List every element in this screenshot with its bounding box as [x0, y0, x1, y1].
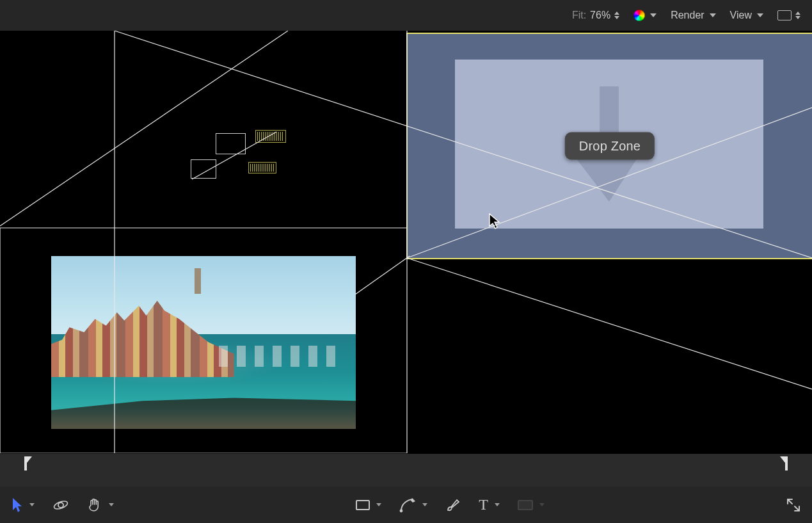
render-label: Render	[671, 10, 704, 21]
chevron-down-icon	[29, 503, 35, 506]
svg-point-11	[58, 503, 63, 508]
chevron-down-icon	[757, 13, 763, 17]
out-point-marker-icon[interactable]	[780, 456, 789, 471]
select-tool[interactable]	[12, 497, 35, 513]
svg-line-7	[407, 258, 812, 389]
aspect-ratio-control[interactable]	[777, 10, 800, 20]
svg-line-8	[0, 31, 288, 226]
chevron-down-icon	[109, 503, 114, 506]
chevron-down-icon	[376, 503, 381, 506]
orbit-icon	[52, 497, 69, 513]
render-dropdown[interactable]: Render	[671, 10, 715, 21]
text-tool[interactable]: T	[479, 496, 500, 513]
pen-tool[interactable]	[399, 497, 427, 513]
svg-line-9	[355, 256, 410, 294]
color-channel-dropdown[interactable]	[633, 10, 657, 21]
canvas-clip-outline[interactable]	[191, 159, 216, 179]
view-dropdown[interactable]: View	[730, 10, 763, 21]
viewer-canvas[interactable]: Drop Zone	[0, 31, 812, 453]
stepper-arrows-icon	[795, 12, 800, 19]
stepper-arrows-icon	[614, 12, 619, 19]
paint-tool[interactable]	[445, 497, 461, 513]
zoom-fit-control[interactable]: Fit: 76%	[572, 10, 619, 21]
chevron-down-icon	[495, 503, 500, 506]
pan-hand-icon	[87, 497, 102, 513]
chevron-down-icon	[422, 503, 427, 506]
text-tool-icon: T	[479, 496, 488, 513]
chevron-down-icon	[710, 13, 716, 17]
canvas-audio-clip[interactable]	[248, 162, 276, 173]
brush-tool-icon	[445, 497, 461, 513]
shape-tool[interactable]	[356, 500, 381, 510]
fit-value: 76%	[590, 10, 610, 21]
aspect-ratio-icon	[777, 10, 792, 20]
pointer-icon	[12, 497, 23, 513]
canvas-clip-outline[interactable]	[216, 133, 246, 154]
svg-point-12	[53, 499, 68, 510]
color-wheel-icon	[633, 10, 645, 21]
pan-tool[interactable]	[87, 497, 114, 513]
fit-label: Fit:	[572, 10, 586, 21]
viewer-top-toolbar: Fit: 76% Render View	[0, 0, 812, 31]
expand-fullscreen-icon	[786, 498, 800, 512]
drop-zone-label: Drop Zone	[565, 133, 655, 160]
pen-tool-icon	[399, 497, 416, 513]
view-label: View	[730, 10, 752, 21]
orbit-tool[interactable]	[52, 497, 69, 513]
drop-zone-panel[interactable]: Drop Zone	[408, 34, 812, 258]
canvas-media-clip[interactable]	[51, 256, 356, 429]
canvas-tool-toolbar: T	[0, 487, 812, 523]
chevron-down-icon	[539, 503, 545, 506]
canvas-audio-clip[interactable]	[255, 130, 286, 143]
shape-rect-icon	[356, 500, 370, 510]
mini-timeline[interactable]	[0, 453, 812, 488]
in-point-marker-icon[interactable]	[23, 456, 32, 471]
svg-point-13	[400, 509, 403, 512]
mask-disabled-icon	[518, 500, 533, 510]
fullscreen-toggle[interactable]	[786, 498, 800, 512]
mask-tool-disabled	[518, 500, 545, 510]
chevron-down-icon	[650, 13, 657, 17]
